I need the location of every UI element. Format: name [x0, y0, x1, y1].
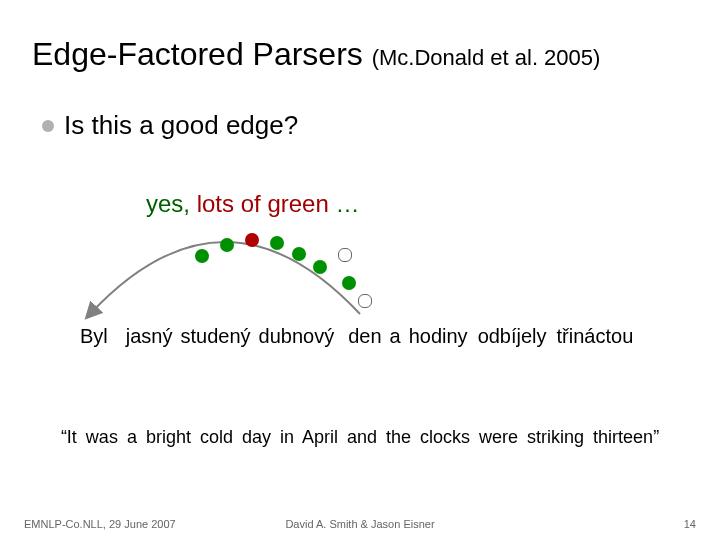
token: dubnový [259, 325, 335, 348]
answer-prefix: yes, [146, 190, 197, 217]
feature-dot [270, 236, 284, 250]
slide-title: Edge-Factored Parsers (Mc.Donald et al. … [32, 36, 600, 73]
slide-number: 14 [684, 518, 696, 530]
arc-diagram [60, 214, 380, 324]
title-main: Edge-Factored Parsers [32, 36, 363, 72]
token: třináctou [557, 325, 634, 348]
token: studený [181, 325, 251, 348]
token: a [390, 325, 401, 348]
token: hodiny [409, 325, 468, 348]
bullet-icon [42, 120, 54, 132]
feature-dot [195, 249, 209, 263]
bullet-row: Is this a good edge? [42, 110, 298, 141]
feature-dot [313, 260, 327, 274]
feature-dot [220, 238, 234, 252]
dependency-arc [90, 242, 360, 314]
arc-svg [60, 214, 380, 324]
answer-highlight: lots of green [197, 190, 329, 217]
feature-dot [338, 248, 352, 262]
answer-suffix: … [329, 190, 360, 217]
feature-dot [292, 247, 306, 261]
slide: Edge-Factored Parsers (Mc.Donald et al. … [0, 0, 720, 540]
footer-authors: David A. Smith & Jason Eisner [0, 518, 720, 530]
title-citation: (Mc.Donald et al. 2005) [372, 45, 601, 70]
feature-dot [358, 294, 372, 308]
feature-dot [342, 276, 356, 290]
token: jasný [126, 325, 173, 348]
czech-sentence: Byljasnýstudenýdubnovýdenahodinyodbíjely… [80, 325, 700, 348]
token: den [348, 325, 381, 348]
token: odbíjely [478, 325, 547, 348]
bullet-text: Is this a good edge? [64, 110, 298, 141]
token: Byl [80, 325, 108, 348]
english-gloss: “It was a bright cold day in April and t… [0, 427, 720, 448]
feature-dot [245, 233, 259, 247]
